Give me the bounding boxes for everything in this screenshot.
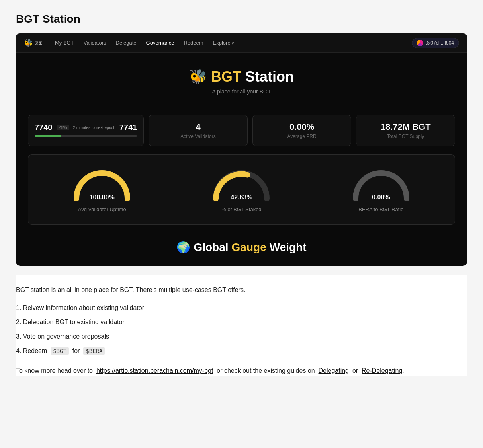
page-title: BGT Station (16, 13, 467, 25)
globe-icon: 🌍 (176, 241, 190, 254)
gauge-staked-value: 42.63% (231, 194, 252, 201)
navbar-right: 0x07cF...f804 (412, 38, 459, 48)
wallet-address: 0x07cF...f804 (426, 40, 454, 46)
nav-delegate[interactable]: Delegate (116, 38, 137, 47)
logo-text: ⧖⧗ (35, 40, 42, 46)
footer-prefix: To know more head over to (16, 367, 93, 374)
use-cases-list: 1. Reivew information about existing val… (16, 303, 467, 356)
list-item-4: 4. Redeem $BGT for $BERA (16, 346, 467, 356)
screenshot-container: 🐝 ⧖⧗ My BGT Validators Delegate Governan… (16, 33, 467, 266)
list-item-1: 1. Reivew information about existing val… (16, 303, 467, 313)
list-item-3: 3. Vote on governance proposals (16, 332, 467, 341)
average-prr-label: Average PRR (287, 134, 317, 139)
list-item-2-text: 2. Delegation BGT to existing vaildator (16, 319, 125, 325)
nav-redeem[interactable]: Redeem (184, 38, 203, 47)
gauge-ratio-svg: 0.00% (349, 167, 413, 203)
intro-text: BGT station is an all in one place for B… (16, 285, 467, 295)
logo: 🐝 ⧖⧗ (24, 39, 42, 47)
bera-tag: $BERA (83, 347, 105, 355)
footer-mid: or check out the existing guides on (217, 367, 315, 374)
hero-station: Station (245, 68, 294, 85)
gauge-section: 100.00% Avg Validator Uptime 42.63% % of… (28, 154, 455, 225)
list-item-2: 2. Delegation BGT to existing vaildator (16, 317, 467, 327)
gauge-ratio-value: 0.00% (372, 194, 390, 201)
active-validators-card: 4 Active Validators (149, 115, 248, 146)
active-validators-label: Active Validators (180, 134, 215, 139)
gauge-word: Gauge (232, 241, 266, 254)
gauge-staked-svg: 42.63% (209, 167, 273, 203)
epoch-progress-fill (35, 135, 61, 137)
logo-icon: 🐝 (24, 39, 33, 47)
nav-explore[interactable]: Explore (213, 38, 235, 47)
gauge-uptime: 100.00% Avg Validator Uptime (36, 167, 168, 212)
footer-text: To know more head over to https://artio.… (16, 365, 467, 376)
gauge-staked: 42.63% % of BGT Staked (176, 167, 307, 212)
total-bgt-label: Total BGT Supply (387, 134, 424, 139)
gauge-ratio-label: BERA to BGT Ratio (358, 206, 403, 212)
epoch-current: 7740 (35, 123, 53, 132)
total-bgt-card: 18.72M BGT Total BGT Supply (356, 115, 455, 146)
epoch-card: 7740 26% 2 minutes to next epoch 7741 (28, 115, 144, 146)
footer-end: . (402, 367, 404, 374)
wallet-icon (417, 40, 423, 46)
gauge-staked-label: % of BGT Staked (221, 206, 261, 212)
hero-subtitle: A place for all your BGT (24, 88, 459, 95)
active-validators-value: 4 (196, 122, 200, 132)
global-gauge-title: 🌍 Global Gauge Weight (16, 233, 467, 254)
nav-validators[interactable]: Validators (84, 38, 106, 47)
epoch-progress-bg (35, 135, 137, 137)
hero-bgt: BGT (211, 68, 241, 85)
delegating-link[interactable]: Delegating (319, 367, 349, 374)
description-section: BGT station is an all in one place for B… (16, 275, 467, 376)
nav-governance[interactable]: Governance (146, 38, 174, 47)
nav-my-bgt[interactable]: My BGT (55, 38, 74, 47)
list-item-3-text: 3. Vote on governance proposals (16, 333, 109, 340)
wallet-badge[interactable]: 0x07cF...f804 (412, 38, 459, 48)
epoch-percent: 26% (57, 125, 69, 130)
list-item-1-text: 1. Reivew information about existing val… (16, 304, 144, 311)
hero-title: 🐝 BGT Station (24, 68, 459, 85)
bee-icon: 🐝 (189, 68, 207, 85)
navbar: 🐝 ⧖⧗ My BGT Validators Delegate Governan… (16, 33, 467, 53)
stats-row: 7740 26% 2 minutes to next epoch 7741 4 … (28, 115, 455, 146)
footer-or: or (352, 367, 358, 374)
average-prr-card: 0.00% Average PRR (252, 115, 352, 146)
gauge-uptime-svg: 100.00% (70, 167, 134, 203)
total-bgt-value: 18.72M BGT (381, 122, 431, 132)
re-delegating-link[interactable]: Re-Delegating (362, 367, 402, 374)
gauge-ratio: 0.00% BERA to BGT Ratio (315, 167, 447, 212)
bgt-station-link[interactable]: https://artio.station.berachain.com/my-b… (96, 367, 213, 374)
average-prr-value: 0.00% (289, 122, 314, 132)
global-word: Global (194, 241, 228, 254)
gauge-uptime-label: Avg Validator Uptime (78, 206, 126, 212)
weight-word: Weight (270, 241, 307, 254)
hero-section: 🐝 BGT Station A place for all your BGT (16, 53, 467, 107)
bgt-tag: $BGT (51, 347, 69, 355)
epoch-next: 7741 (119, 123, 137, 132)
gauge-uptime-value: 100.00% (90, 194, 115, 201)
epoch-next-label: 2 minutes to next epoch (73, 125, 115, 130)
epoch-row: 7740 26% 2 minutes to next epoch 7741 (35, 123, 137, 132)
